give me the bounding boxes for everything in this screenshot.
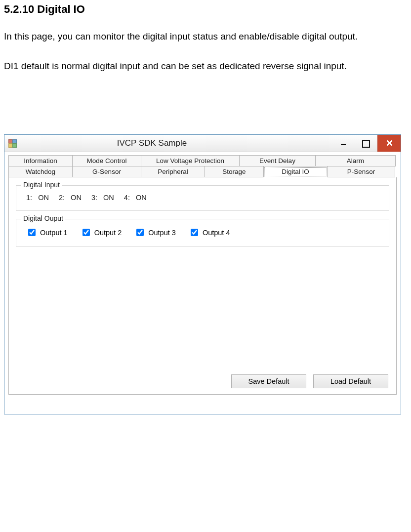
section-heading: 5.2.10 Digital IO <box>4 3 407 16</box>
maximize-button[interactable] <box>355 135 377 152</box>
minimize-button[interactable]: – <box>332 135 355 152</box>
output-checkbox-input-1[interactable] <box>28 229 36 236</box>
minimize-icon: – <box>340 138 346 149</box>
digital-input-value: 2: ON <box>59 194 82 202</box>
digital-input-value: 1: ON <box>26 194 49 202</box>
output-checkbox-input-3[interactable] <box>136 229 144 236</box>
tab-mode-control[interactable]: Mode Control <box>72 155 141 166</box>
save-default-button[interactable]: Save Default <box>231 374 306 388</box>
tab-low-voltage-protection[interactable]: Low Voltage Protection <box>141 155 240 166</box>
digital-output-legend: Digital Ouput <box>21 214 65 222</box>
digital-input-row: 1: ON2: ON3: ON4: ON <box>23 194 382 202</box>
tab-watchdog[interactable]: Watchdog <box>8 166 73 177</box>
output-checkbox-2[interactable]: Output 2 <box>81 227 122 238</box>
tab-event-delay[interactable]: Event Delay <box>239 155 316 166</box>
output-checkbox-4[interactable]: Output 4 <box>189 227 230 238</box>
intro-paragraph-1: In this page, you can monitor the digita… <box>4 28 407 45</box>
output-checkbox-input-4[interactable] <box>191 229 198 236</box>
close-icon: ✕ <box>386 138 393 149</box>
tab-row-1: InformationMode ControlLow Voltage Prote… <box>8 155 397 166</box>
digital-input-legend: Digital Input <box>21 181 62 189</box>
titlebar[interactable]: IVCP SDK Sample – ✕ <box>4 135 401 152</box>
tab-p-sensor[interactable]: P-Sensor <box>327 166 395 177</box>
tab-row-2: WatchdogG-SensorPeripheralStorageDigital… <box>8 166 397 177</box>
tab-information[interactable]: Information <box>8 155 73 166</box>
tab-peripheral[interactable]: Peripheral <box>141 166 205 177</box>
output-checkbox-3[interactable]: Output 3 <box>134 227 176 238</box>
tab-alarm[interactable]: Alarm <box>315 155 396 166</box>
intro-paragraph-2: DI1 default is normal digital input and … <box>4 57 407 75</box>
tab-storage[interactable]: Storage <box>205 166 264 177</box>
digital-input-group: Digital Input 1: ON2: ON3: ON4: ON <box>16 185 389 211</box>
load-default-button[interactable]: Load Default <box>313 374 388 388</box>
output-checkbox-label: Output 4 <box>203 229 230 237</box>
digital-input-value: 4: ON <box>124 194 147 202</box>
maximize-icon <box>362 140 370 148</box>
tab-g-sensor[interactable]: G-Sensor <box>72 166 141 177</box>
output-checkbox-input-2[interactable] <box>82 229 90 236</box>
app-window: IVCP SDK Sample – ✕ InformationMode Cont… <box>4 134 401 414</box>
window-title: IVCP SDK Sample <box>0 138 332 148</box>
output-checkbox-label: Output 1 <box>40 229 68 237</box>
digital-output-group: Digital Ouput Output 1Output 2Output 3Ou… <box>16 219 389 247</box>
tab-panel-digital-io: Digital Input 1: ON2: ON3: ON4: ON Digit… <box>8 177 397 395</box>
digital-output-row: Output 1Output 2Output 3Output 4 <box>23 227 382 238</box>
app-icon <box>8 139 16 147</box>
close-button[interactable]: ✕ <box>377 135 401 152</box>
output-checkbox-1[interactable]: Output 1 <box>26 227 68 238</box>
output-checkbox-label: Output 3 <box>148 229 176 237</box>
tab-digital-io[interactable]: Digital IO <box>263 166 328 177</box>
digital-input-value: 3: ON <box>91 194 114 202</box>
output-checkbox-label: Output 2 <box>94 229 122 237</box>
